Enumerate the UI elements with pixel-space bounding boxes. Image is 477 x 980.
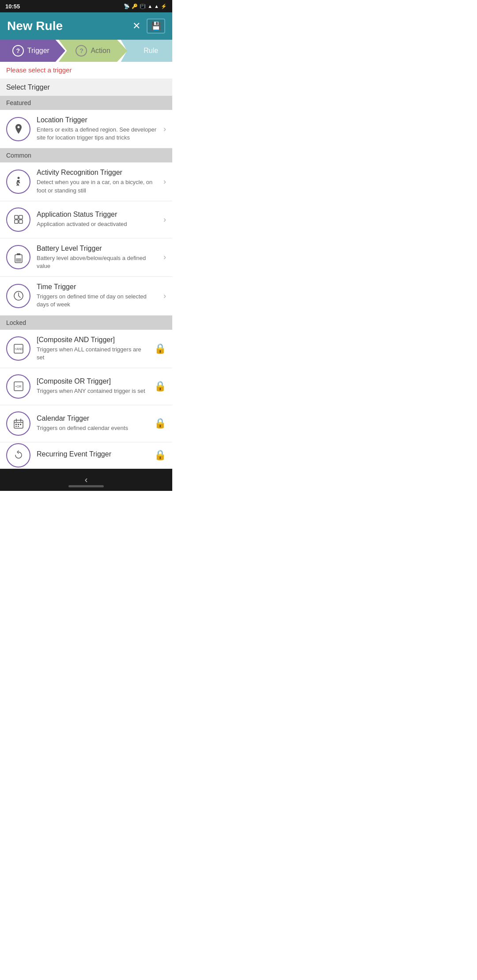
and-icon: +AND: [12, 343, 25, 355]
tab-trigger[interactable]: ? Trigger: [0, 40, 65, 62]
time-trigger-title: Time Trigger: [37, 283, 157, 291]
svg-rect-7: [16, 258, 21, 262]
appstatus-trigger-desc: Application activated or deactivated: [37, 220, 157, 228]
back-button[interactable]: ‹: [85, 475, 88, 485]
tab-rule[interactable]: Rule: [121, 40, 172, 62]
trigger-tab-icon: ?: [12, 45, 24, 57]
trigger-item-calendar[interactable]: Calendar Trigger Triggers on defined cal…: [0, 405, 172, 442]
chevron-right-icon: ›: [163, 177, 166, 186]
walking-icon: [12, 176, 25, 188]
composite-and-trigger-content: [Composite AND Trigger] Triggers when AL…: [37, 336, 148, 362]
svg-rect-4: [19, 220, 23, 223]
key-icon: 🔑: [132, 4, 138, 9]
composite-or-trigger-icon: +OR: [6, 374, 30, 399]
location-trigger-desc: Enters or exits a defined region. See de…: [37, 126, 157, 142]
svg-rect-15: [18, 424, 19, 425]
recurring-icon: [12, 449, 25, 461]
header: New Rule ✕ 💾: [0, 12, 172, 40]
alert-text: Please select a trigger: [6, 66, 72, 74]
trigger-item-location[interactable]: Location Trigger Enters or exits a defin…: [0, 110, 172, 148]
composite-and-trigger-desc: Triggers when ALL contained triggers are…: [37, 346, 148, 362]
time-trigger-content: Time Trigger Triggers on defined time of…: [37, 283, 157, 309]
wifi-icon: ▲: [148, 4, 152, 9]
status-icons: 📡 🔑 📳 ▲ ▲ ⚡: [124, 4, 167, 9]
chevron-right-icon: ›: [163, 124, 166, 134]
close-button[interactable]: ✕: [131, 19, 142, 34]
calendar-trigger-content: Calendar Trigger Triggers on defined cal…: [37, 415, 148, 432]
composite-or-trigger-content: [Composite OR Trigger] Triggers when ANY…: [37, 377, 148, 395]
alert-bar: Please select a trigger: [0, 62, 172, 79]
svg-point-0: [17, 177, 19, 179]
recurring-trigger-icon: [6, 443, 30, 467]
battery-trigger-title: Battery Level Trigger: [37, 245, 157, 253]
group-header-common: Common: [0, 148, 172, 162]
nav-bar: ‹: [0, 469, 172, 491]
trigger-item-recurring[interactable]: Recurring Event Trigger 🔒: [0, 442, 172, 469]
svg-rect-3: [15, 220, 18, 223]
battery-trigger-icon: [6, 245, 30, 269]
tab-action[interactable]: ? Action: [59, 40, 128, 62]
lock-icon: 🔒: [154, 343, 166, 354]
appstatus-trigger-content: Application Status Trigger Application a…: [37, 211, 157, 228]
composite-and-trigger-title: [Composite AND Trigger]: [37, 336, 148, 344]
battery-trigger-desc: Battery level above/below/equals a defin…: [37, 254, 157, 270]
svg-rect-6: [17, 253, 20, 255]
svg-rect-14: [15, 424, 17, 425]
calendar-trigger-icon: [6, 411, 30, 436]
chevron-right-icon: ›: [163, 215, 166, 224]
tab-bar: ? Trigger ? Action Rule: [0, 40, 172, 62]
activity-trigger-icon: [6, 170, 30, 194]
action-tab-label: Action: [91, 47, 110, 55]
appstatus-trigger-title: Application Status Trigger: [37, 211, 157, 219]
battery-icon: ⚡: [161, 4, 167, 9]
action-tab-icon: ?: [76, 45, 87, 57]
group-header-featured: Featured: [0, 96, 172, 110]
calendar-icon: [12, 417, 25, 430]
activity-trigger-content: Activity Recognition Trigger Detect when…: [37, 169, 157, 194]
composite-or-trigger-desc: Triggers when ANY contained trigger is s…: [37, 387, 148, 395]
page-title: New Rule: [7, 19, 63, 33]
cast-icon: 📡: [124, 4, 130, 9]
recurring-trigger-content: Recurring Event Trigger: [37, 450, 148, 460]
trigger-item-composite-or[interactable]: +OR [Composite OR Trigger] Triggers when…: [0, 368, 172, 405]
status-bar: 10:55 📡 🔑 📳 ▲ ▲ ⚡: [0, 0, 172, 12]
svg-rect-16: [20, 424, 21, 425]
or-icon: +OR: [12, 380, 25, 392]
location-trigger-content: Location Trigger Enters or exits a defin…: [37, 116, 157, 142]
rule-tab-label: Rule: [144, 47, 158, 55]
lock-icon: 🔒: [154, 418, 166, 429]
chevron-right-icon: ›: [163, 291, 166, 301]
svg-rect-2: [19, 215, 23, 219]
time-trigger-icon: [6, 284, 30, 308]
trigger-item-battery[interactable]: Battery Level Trigger Battery level abov…: [0, 238, 172, 277]
location-icon: [12, 123, 25, 135]
section-header: Select Trigger: [0, 79, 172, 96]
composite-and-trigger-icon: +AND: [6, 336, 30, 361]
activity-trigger-title: Activity Recognition Trigger: [37, 169, 157, 177]
appstatus-trigger-icon: [6, 207, 30, 232]
home-indicator[interactable]: [68, 485, 104, 487]
battery-trigger-content: Battery Level Trigger Battery level abov…: [37, 245, 157, 270]
grid-icon: [12, 213, 25, 226]
trigger-item-appstatus[interactable]: Application Status Trigger Application a…: [0, 201, 172, 238]
time-trigger-desc: Triggers on defined time of day on selec…: [37, 293, 157, 309]
svg-rect-17: [15, 426, 17, 427]
group-header-locked: Locked: [0, 316, 172, 330]
trigger-item-activity[interactable]: Activity Recognition Trigger Detect when…: [0, 162, 172, 201]
recurring-trigger-title: Recurring Event Trigger: [37, 450, 148, 458]
header-actions: ✕ 💾: [131, 19, 165, 34]
location-trigger-title: Location Trigger: [37, 116, 157, 124]
composite-or-trigger-title: [Composite OR Trigger]: [37, 377, 148, 385]
lock-icon: 🔒: [154, 381, 166, 392]
trigger-item-time[interactable]: Time Trigger Triggers on defined time of…: [0, 277, 172, 315]
activity-trigger-desc: Detect when you are in a car, on a bicyc…: [37, 178, 157, 194]
battery-level-icon: [12, 251, 25, 264]
trigger-item-composite-and[interactable]: +AND [Composite AND Trigger] Triggers wh…: [0, 330, 172, 368]
calendar-trigger-desc: Triggers on defined calendar events: [37, 424, 148, 432]
chevron-right-icon: ›: [163, 253, 166, 262]
save-button[interactable]: 💾: [147, 19, 165, 34]
lock-icon: 🔒: [154, 449, 166, 461]
location-trigger-icon: [6, 117, 30, 141]
trigger-tab-label: Trigger: [27, 47, 49, 55]
svg-text:+OR: +OR: [15, 385, 22, 388]
